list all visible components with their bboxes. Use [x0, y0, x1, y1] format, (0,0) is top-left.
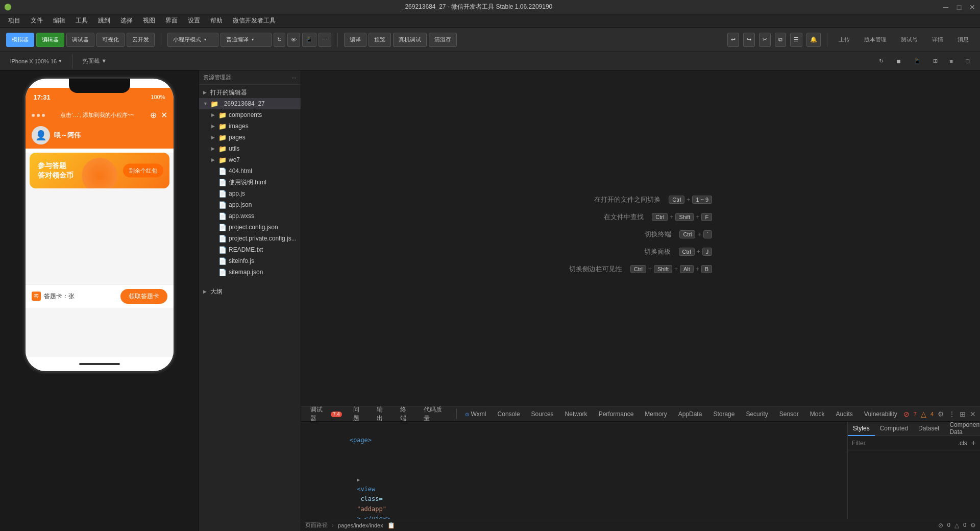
devtab-storage[interactable]: Storage [708, 407, 740, 421]
project-root[interactable]: ▼ 📁 _269213684_27 [199, 98, 301, 109]
editor-button[interactable]: 编辑器 [36, 33, 64, 47]
phone-button[interactable]: 📱 [302, 33, 316, 47]
mode-dropdown[interactable]: 小程序模式 ▾ [167, 33, 218, 47]
styles-tab-dataset[interactable]: Dataset [913, 422, 944, 436]
devtab-terminal[interactable]: 终端 [395, 407, 418, 421]
styles-tab-component[interactable]: Component Data [944, 422, 980, 436]
cut-button[interactable]: ✂ [759, 33, 771, 47]
devtab-security[interactable]: Security [741, 407, 773, 421]
sub-stop-button[interactable]: ⏹ [892, 55, 905, 67]
visual-button[interactable]: 可视化 [96, 33, 125, 47]
sub-phone-button[interactable]: 📱 [910, 55, 925, 67]
menu-icon-button[interactable]: ☰ [790, 33, 802, 47]
xml-arrow-addapp[interactable]: ▶ [357, 477, 360, 482]
more-button[interactable]: ⋯ [318, 33, 331, 47]
upload-btn[interactable]: 上传 [834, 33, 855, 47]
devtab-issues[interactable]: 问题 [348, 407, 371, 421]
get-card-button[interactable]: 领取答题卡 [120, 289, 167, 304]
sub-list-button[interactable]: ≡ [946, 55, 957, 67]
devtab-audits[interactable]: Audits [830, 407, 857, 421]
devtools-more-icon[interactable]: ⋮ [948, 410, 955, 418]
devtools-expand-icon[interactable]: ⊞ [960, 410, 966, 418]
redo-button[interactable]: ↪ [743, 33, 755, 47]
tree-item-appwxss[interactable]: ▶ 📄 app.wxss [199, 210, 301, 222]
menu-help[interactable]: 帮助 [206, 15, 227, 26]
bell-button[interactable]: 🔔 [806, 33, 821, 47]
simulator-button[interactable]: 模拟器 [6, 33, 34, 47]
devtab-mock[interactable]: Mock [805, 407, 830, 421]
devtab-vulnerability[interactable]: Vulnerability [859, 407, 902, 421]
close-button[interactable]: ✕ [969, 4, 976, 11]
tree-item-projectconfig[interactable]: ▶ 📄 project.config.json [199, 222, 301, 233]
tree-item-siteinfojs[interactable]: ▶ 📄 siteinfo.js [199, 255, 301, 267]
test-btn[interactable]: 测试号 [896, 33, 923, 47]
tree-item-readme-html[interactable]: ▶ 📄 使用说明.html [199, 177, 301, 188]
filter-plus-button[interactable]: + [971, 439, 976, 448]
devtab-wxml[interactable]: ⊙ Wxml [460, 407, 492, 421]
tree-item-404[interactable]: ▶ 📄 404.html [199, 165, 301, 177]
sub-eraser-button[interactable]: ◻ [961, 55, 974, 67]
devtab-memory[interactable]: Memory [640, 407, 672, 421]
styles-filter-input[interactable] [852, 440, 954, 447]
path-settings-icon[interactable]: ⚙ [970, 522, 976, 529]
version-btn[interactable]: 版本管理 [859, 33, 892, 47]
file-tree-more-button[interactable]: ··· [291, 74, 297, 81]
menu-project[interactable]: 项目 [4, 15, 24, 26]
devtab-output[interactable]: 输出 [372, 407, 394, 421]
sub-grid-button[interactable]: ⊞ [929, 55, 942, 67]
devtab-debugger[interactable]: 调试器 7.4 [305, 407, 347, 421]
devtab-appdata[interactable]: AppData [673, 407, 707, 421]
sub-refresh-button[interactable]: ↻ [875, 55, 888, 67]
tree-item-readme[interactable]: ▶ 📄 README.txt [199, 244, 301, 255]
device-select[interactable]: iPhone X 100% 16 ▾ [6, 55, 66, 67]
card-redpacket-button[interactable]: 刮余个红包 [123, 163, 163, 177]
tree-item-appjson[interactable]: ▶ 📄 app.json [199, 199, 301, 210]
menu-view[interactable]: 视图 [139, 15, 159, 26]
refresh-button[interactable]: ↻ [274, 33, 285, 47]
devtab-console[interactable]: Console [493, 407, 525, 421]
menu-tools[interactable]: 工具 [71, 15, 92, 26]
menu-wechat[interactable]: 微信开发者工具 [229, 15, 280, 26]
styles-tab-styles[interactable]: Styles [848, 422, 875, 436]
menu-file[interactable]: 文件 [27, 15, 47, 26]
maximize-button[interactable]: □ [955, 4, 963, 11]
menu-settings[interactable]: 设置 [184, 15, 204, 26]
cloud-button[interactable]: 云开发 [127, 33, 155, 47]
compile-dropdown[interactable]: 普通编译 ▾ [220, 33, 272, 47]
minimize-button[interactable]: ─ [942, 4, 949, 11]
menu-edit[interactable]: 编辑 [49, 15, 69, 26]
compile-btn[interactable]: 编译 [344, 33, 366, 47]
screenshot-btn[interactable]: 热面截 ▼ [79, 55, 111, 67]
detail-btn[interactable]: 详情 [927, 33, 948, 47]
devtab-network[interactable]: Network [560, 407, 593, 421]
copy-button[interactable]: ⧉ [775, 33, 786, 47]
tree-item-pages[interactable]: ▶ 📁 pages [199, 132, 301, 143]
undo-button[interactable]: ↩ [727, 33, 739, 47]
preview-btn[interactable]: 预览 [369, 33, 391, 47]
tree-item-sitemapjson[interactable]: ▶ 📄 sitemap.json [199, 267, 301, 278]
outline-item[interactable]: ▶ 大纲 [199, 286, 301, 297]
menu-select[interactable]: 选择 [116, 15, 137, 26]
open-editors-section[interactable]: ▶ 打开的编辑器 [199, 87, 301, 98]
tree-item-utils[interactable]: ▶ 📁 utils [199, 143, 301, 154]
path-page[interactable]: pages/index/index [338, 522, 383, 528]
devtab-sensor[interactable]: Sensor [774, 407, 804, 421]
devtab-codequality[interactable]: 代码质量 [419, 407, 453, 421]
menu-goto[interactable]: 跳到 [94, 15, 114, 26]
devtools-gear-icon[interactable]: ⚙ [938, 410, 944, 418]
eye-button[interactable]: 👁 [287, 33, 300, 47]
tree-item-appjs[interactable]: ▶ 📄 app.js [199, 188, 301, 199]
tree-item-images[interactable]: ▶ 📁 images [199, 120, 301, 132]
tree-item-projectprivate[interactable]: ▶ 📄 project.private.config.js... [199, 233, 301, 244]
clean-btn[interactable]: 清渲存 [429, 33, 457, 47]
styles-tab-computed[interactable]: Computed [875, 422, 913, 436]
menu-interface[interactable]: 界面 [161, 15, 182, 26]
devtab-performance[interactable]: Performance [594, 407, 639, 421]
real-btn[interactable]: 真机调试 [393, 33, 427, 47]
tree-item-components[interactable]: ▶ 📁 components [199, 109, 301, 120]
tree-item-we7[interactable]: ▶ 📁 we7 [199, 154, 301, 165]
devtab-sources[interactable]: Sources [526, 407, 559, 421]
message-btn[interactable]: 消息 [952, 33, 974, 47]
debugger-button[interactable]: 调试器 [66, 33, 94, 47]
devtools-close-icon[interactable]: ✕ [970, 410, 976, 418]
